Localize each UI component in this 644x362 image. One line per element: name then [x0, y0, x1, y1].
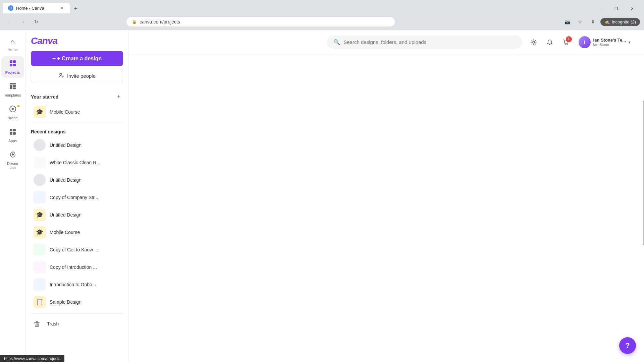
nav-item-dreamlab[interactable]: Dream Lab	[1, 147, 24, 173]
top-bar: 🔍	[129, 30, 644, 54]
tab-close-button[interactable]: ✕	[59, 5, 64, 11]
copy-company-thumb	[34, 191, 46, 203]
brand-icon	[9, 105, 16, 115]
untitled-2-thumb	[34, 174, 46, 186]
cart-badge: 1	[566, 36, 572, 42]
address-bar-right: 📷 ☆ ⬇ 🕵 Incognito (2)	[562, 16, 640, 27]
nav-item-projects[interactable]: Projects	[1, 56, 24, 78]
create-design-button[interactable]: + + Create a design	[31, 51, 123, 66]
incognito-badge[interactable]: 🕵 Incognito (2)	[600, 18, 640, 26]
white-classic-label: White Classic Clean R...	[50, 160, 100, 165]
nav-brand-label: Brand	[8, 116, 17, 120]
copy-intro-thumb	[34, 261, 46, 273]
starred-item-mobile-course[interactable]: 🎓 Mobile Course	[28, 103, 126, 121]
svg-rect-11	[10, 132, 12, 135]
main-sidebar: Canva + + Create a design Invite people	[25, 30, 129, 362]
svg-rect-7	[13, 87, 16, 89]
svg-rect-1	[13, 60, 16, 63]
user-menu-chevron: ▾	[629, 40, 631, 45]
recent-item-copy-get[interactable]: Copy of Get to Know ...	[28, 241, 126, 258]
recent-section-title: Recent designs	[31, 129, 65, 134]
svg-point-17	[567, 44, 568, 45]
new-tab-button[interactable]: +	[71, 4, 80, 13]
search-bar[interactable]: 🔍	[327, 36, 522, 49]
nav-projects-label: Projects	[5, 70, 20, 74]
sidebar-scroll: Your starred + 🎓 Mobile Course Recent de…	[25, 86, 128, 362]
invite-people-button[interactable]: Invite people	[31, 69, 123, 83]
close-button[interactable]: ✕	[625, 4, 640, 13]
untitled-2-label: Untitled Design	[50, 177, 82, 183]
recent-item-copy-company[interactable]: Copy of Company Str...	[28, 189, 126, 206]
copy-intro-label: Copy of Introduction ...	[50, 264, 97, 270]
recent-item-copy-intro[interactable]: Copy of Introduction ...	[28, 258, 126, 276]
white-classic-thumb	[34, 157, 46, 169]
sidebar-header: Canva + + Create a design Invite people	[25, 30, 128, 86]
divider-1	[31, 122, 123, 122]
brand-notification-dot	[17, 105, 20, 108]
mobile-course-thumb: 🎓	[34, 106, 46, 118]
back-button[interactable]: ←	[4, 16, 15, 27]
address-bar: ← → ↻ 🔒 canva.com/projects 📷 ☆ ⬇ 🕵 Incog…	[0, 13, 644, 30]
camera-icon[interactable]: 📷	[562, 16, 573, 27]
recent-section: Recent designs Untitled Design White Cl	[25, 124, 128, 312]
nav-item-apps[interactable]: Apps	[1, 125, 24, 146]
mobile-course-2-label: Mobile Course	[50, 230, 80, 235]
trash-item[interactable]: Trash	[25, 315, 128, 333]
svg-point-16	[565, 44, 566, 45]
lock-icon: 🔒	[132, 19, 137, 24]
user-menu[interactable]: I Ian Stone's Te... Ian Stone ▾	[576, 35, 633, 50]
starred-section-title: Your starred	[31, 94, 58, 100]
recent-item-untitled-2[interactable]: Untitled Design	[28, 171, 126, 189]
starred-section-header: Your starred +	[25, 88, 128, 103]
status-url: https://www.canva.com/projects	[4, 356, 60, 361]
reload-button[interactable]: ↻	[31, 16, 42, 27]
untitled-1-thumb	[34, 139, 46, 151]
minimize-button[interactable]: ─	[592, 4, 608, 13]
top-bar-right: 1 I Ian Stone's Te... Ian Stone ▾	[528, 35, 633, 50]
cart-icon[interactable]: 1	[560, 36, 572, 48]
recent-item-untitled-3[interactable]: 🎓 Untitled Design	[28, 206, 126, 224]
home-icon: ⌂	[10, 38, 15, 46]
browser-chrome: C Home - Canva ✕ + ─ ❐ ✕ ← → ↻ 🔒 canva.c…	[0, 0, 644, 30]
nav-item-templates[interactable]: Templates	[1, 79, 24, 101]
svg-rect-6	[13, 85, 16, 87]
projects-icon	[9, 60, 16, 69]
starred-add-button[interactable]: +	[114, 93, 123, 101]
maximize-button[interactable]: ❐	[608, 4, 624, 13]
user-name: Ian Stone's Te...	[593, 38, 626, 43]
app-container: ⌂ Home Projects	[0, 30, 644, 362]
intro-onbo-label: Introduction to Onbo...	[50, 282, 96, 287]
svg-rect-2	[10, 64, 12, 66]
recent-item-intro-onbo[interactable]: Introduction to Onbo...	[28, 276, 126, 293]
status-bar: https://www.canva.com/projects	[0, 355, 64, 362]
svg-rect-0	[10, 60, 12, 63]
download-icon[interactable]: ⬇	[588, 16, 598, 27]
bookmark-icon[interactable]: ☆	[575, 16, 586, 27]
recent-item-white-classic[interactable]: White Classic Clean R...	[28, 154, 126, 171]
forward-button[interactable]: →	[17, 16, 28, 27]
incognito-label: Incognito (2)	[612, 19, 636, 24]
untitled-1-label: Untitled Design	[50, 142, 82, 148]
nav-apps-label: Apps	[8, 139, 17, 143]
window-controls: ─ ❐ ✕	[588, 4, 644, 13]
recent-item-mobile-course-2[interactable]: 🎓 Mobile Course	[28, 224, 126, 241]
settings-icon[interactable]	[528, 36, 540, 48]
nav-item-home[interactable]: ⌂ Home	[1, 34, 24, 55]
nav-dreamlab-label: Dream Lab	[4, 162, 21, 170]
active-tab[interactable]: C Home - Canva ✕	[3, 3, 70, 13]
user-sub: Ian Stone	[593, 43, 626, 47]
search-icon: 🔍	[333, 39, 340, 45]
recent-item-sample[interactable]: 📋 Sample Design	[28, 293, 126, 311]
url-bar[interactable]: 🔒 canva.com/projects	[126, 17, 395, 26]
mobile-course-2-thumb: 🎓	[34, 226, 46, 238]
user-info: Ian Stone's Te... Ian Stone	[593, 38, 626, 47]
search-input[interactable]	[343, 39, 515, 45]
help-button[interactable]: ?	[619, 337, 636, 354]
nav-item-brand[interactable]: Brand	[1, 102, 24, 123]
recent-item-untitled-1[interactable]: Untitled Design	[28, 136, 126, 154]
svg-rect-9	[10, 129, 12, 131]
create-design-plus-icon: +	[52, 55, 56, 62]
templates-icon	[9, 82, 16, 92]
notifications-icon[interactable]	[544, 36, 556, 48]
invite-icon	[58, 72, 64, 79]
